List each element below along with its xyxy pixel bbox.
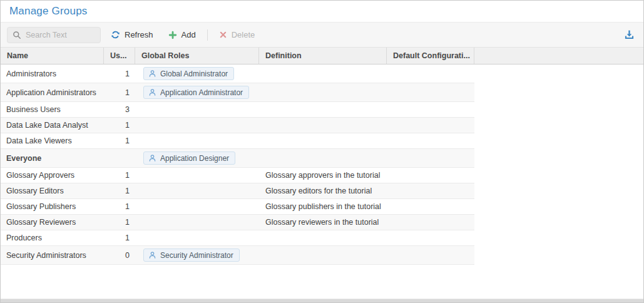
delete-button[interactable]: Delete	[218, 28, 257, 42]
user-icon	[148, 154, 156, 162]
cell-users: 1	[104, 121, 135, 130]
user-icon	[148, 88, 156, 96]
search-input[interactable]	[26, 31, 95, 39]
cell-name: Glossary Reviewers	[1, 218, 104, 227]
cell-name: Everyone	[1, 154, 104, 163]
table-row[interactable]: Producers 1	[1, 230, 474, 246]
search-box[interactable]	[7, 27, 101, 43]
table-row[interactable]: Data Lake Viewers 1	[1, 133, 474, 149]
column-header-global-roles[interactable]: Global Roles	[135, 48, 259, 64]
cell-users: 0	[104, 251, 135, 260]
cell-name: Administrators	[1, 69, 104, 78]
cell-name: Application Administrators	[1, 88, 104, 97]
column-header-users[interactable]: Us...	[104, 48, 135, 64]
toolbar: Refresh Add Delete	[1, 23, 643, 48]
column-header-definition[interactable]: Definition	[259, 48, 387, 64]
cell-name: Producers	[1, 234, 104, 242]
column-header-default-configuration[interactable]: Default Configurati...	[387, 48, 474, 64]
page-title: Manage Groups	[9, 5, 88, 18]
cell-definition: Glossary editors for the tutorial	[259, 187, 387, 195]
user-icon	[148, 69, 156, 78]
title-bar: Manage Groups	[1, 1, 643, 23]
table-row[interactable]: Glossary Editors 1 Glossary editors for …	[1, 183, 474, 199]
cell-users: 1	[104, 136, 135, 145]
table-row[interactable]: Glossary Reviewers 1 Glossary reviewers …	[1, 215, 474, 230]
cell-global-roles: Global Administrator	[135, 67, 259, 80]
table-row[interactable]: Administrators 1 Global Administrator	[1, 64, 474, 83]
table-row[interactable]: Security Administrators 0 Security Admin…	[1, 246, 474, 265]
cell-users: 3	[104, 105, 135, 114]
add-label: Add	[181, 30, 196, 39]
table-body: Administrators 1 Global Administrator Ap…	[1, 64, 474, 265]
cell-users: 1	[104, 218, 135, 227]
cell-name: Data Lake Data Analyst	[1, 121, 104, 130]
cell-users: 1	[104, 202, 135, 211]
delete-label: Delete	[232, 30, 255, 39]
user-icon	[148, 251, 156, 259]
column-header-name[interactable]: Name	[1, 48, 104, 64]
cell-name: Glossary Publishers	[1, 202, 104, 211]
cell-users: 1	[104, 234, 135, 242]
table-row[interactable]: Application Administrators 1 Application…	[1, 83, 474, 102]
horizontal-scrollbar[interactable]	[1, 299, 643, 302]
cell-global-roles: Security Administrator	[135, 249, 259, 262]
table-row[interactable]: Business Users 3	[1, 102, 474, 118]
role-badge-label: Global Administrator	[160, 69, 228, 78]
column-header-filler	[474, 48, 643, 64]
cell-definition: Glossary reviewers in the tutorial	[259, 218, 387, 227]
cell-global-roles: Application Administrator	[135, 86, 259, 99]
role-badge-label: Security Administrator	[160, 251, 233, 260]
cell-name: Glossary Editors	[1, 187, 104, 195]
cell-global-roles: Application Designer	[135, 152, 259, 165]
cell-definition: Glossary publishers in the tutorial	[259, 202, 387, 211]
magnifier-icon	[13, 31, 21, 39]
refresh-icon	[111, 30, 120, 39]
cell-definition: Glossary approvers in the tutorial	[259, 171, 387, 180]
add-button[interactable]: Add	[167, 28, 197, 42]
refresh-label: Refresh	[125, 30, 153, 39]
table-row[interactable]: Data Lake Data Analyst 1	[1, 118, 474, 133]
export-button[interactable]	[623, 28, 636, 41]
role-badge-label: Application Designer	[160, 154, 229, 163]
role-badge: Global Administrator	[143, 67, 234, 80]
table-row[interactable]: Everyone Application Designer	[1, 149, 474, 168]
role-badge: Security Administrator	[143, 249, 240, 262]
x-icon	[219, 31, 227, 39]
table-header: Name Us... Global Roles Definition Defau…	[1, 48, 643, 64]
refresh-button[interactable]: Refresh	[110, 28, 155, 42]
plus-icon	[168, 31, 177, 39]
role-badge: Application Designer	[143, 152, 235, 165]
cell-name: Business Users	[1, 105, 104, 114]
role-badge: Application Administrator	[143, 86, 249, 99]
cell-name: Glossary Approvers	[1, 171, 104, 180]
table-row[interactable]: Glossary Publishers 1 Glossary publisher…	[1, 199, 474, 215]
manage-groups-panel: Manage Groups Refresh	[0, 0, 644, 303]
table-row[interactable]: Glossary Approvers 1 Glossary approvers …	[1, 168, 474, 183]
toolbar-separator	[207, 29, 208, 41]
download-icon	[624, 29, 635, 40]
cell-name: Data Lake Viewers	[1, 136, 104, 145]
cell-users: 1	[104, 88, 135, 97]
cell-users: 1	[104, 187, 135, 195]
cell-users: 1	[104, 171, 135, 180]
cell-users: 1	[104, 69, 135, 78]
cell-name: Security Administrators	[1, 251, 104, 260]
role-badge-label: Application Administrator	[160, 88, 243, 97]
